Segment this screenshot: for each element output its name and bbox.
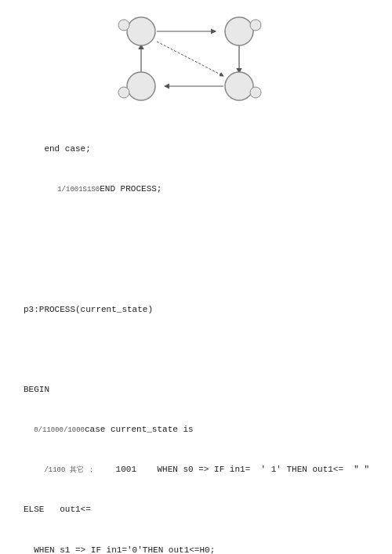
fsm-diagram-area: [94, 8, 298, 110]
else-line: ELSE out1<=: [24, 503, 376, 516]
when-s0-line: /1100 其它 ； 1001 WHEN s0 => IF in1= ' 1' …: [24, 463, 376, 476]
fsm-diagram-svg: [94, 8, 298, 110]
svg-point-8: [225, 72, 253, 100]
line-num-end: 1/1001S1S0END PROCESS;: [24, 183, 376, 196]
svg-point-7: [127, 72, 155, 100]
p3-line: p3:PROCESS(current_state): [24, 303, 376, 317]
svg-point-12: [250, 87, 261, 98]
page-container: end case; 1/1001S1S0END PROCESS; p3:PROC…: [0, 0, 392, 554]
begin-line: BEGIN: [24, 383, 376, 396]
svg-line-4: [157, 42, 223, 76]
svg-point-9: [118, 20, 129, 31]
svg-point-5: [127, 17, 155, 45]
blank-1: [24, 223, 376, 236]
svg-point-11: [118, 87, 129, 98]
end-case-line: end case;: [24, 143, 376, 156]
code-block: end case; 1/1001S1S0END PROCESS; p3:PROC…: [16, 116, 376, 554]
svg-point-10: [250, 20, 261, 31]
case-stmt-line: 0/11000/1000case current_state is: [24, 423, 376, 436]
blank-3: [24, 343, 376, 357]
when-s1-line: WHEN s1 => IF in1='0'THEN out1<=H0;: [24, 544, 376, 555]
blank-2: [24, 263, 376, 277]
svg-point-6: [225, 17, 253, 45]
